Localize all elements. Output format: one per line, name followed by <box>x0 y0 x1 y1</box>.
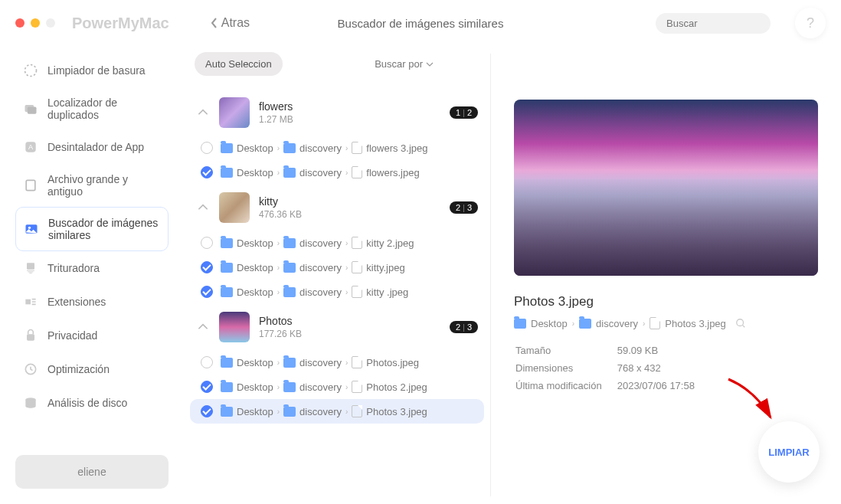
sidebar-item-label: Archivo grande y antiguo <box>47 173 161 198</box>
folder-icon <box>221 287 233 297</box>
maximize-icon[interactable] <box>46 18 55 28</box>
chevron-up-icon[interactable] <box>196 106 210 119</box>
folder-icon <box>221 382 233 392</box>
file-icon <box>352 261 362 273</box>
sidebar-item-6[interactable]: Extensiones <box>15 285 169 319</box>
sidebar-item-label: Análisis de disco <box>47 397 127 409</box>
sort-label: Buscar por <box>375 58 423 70</box>
file-icon <box>352 356 362 368</box>
minimize-icon[interactable] <box>31 18 40 28</box>
sidebar-item-label: Desintalador de App <box>47 141 144 153</box>
file-icon <box>352 405 362 417</box>
folder-icon <box>221 168 233 178</box>
svg-rect-11 <box>27 334 34 340</box>
group-header[interactable]: kitty476.36 KB2|3 <box>184 185 490 231</box>
file-icon <box>352 142 362 154</box>
search-input[interactable] <box>666 18 795 29</box>
folder-icon <box>221 238 233 248</box>
file-row[interactable]: Desktop›discovery›kitty.jpeg <box>184 255 490 280</box>
folder-icon <box>579 319 591 329</box>
folder-icon <box>283 358 296 368</box>
app-name: PowerMyMac <box>72 15 169 32</box>
checkbox[interactable] <box>201 261 213 273</box>
checkbox[interactable] <box>201 166 213 178</box>
group-size: 476.36 KB <box>259 209 440 220</box>
detail-filename: Photos 3.jpeg <box>514 294 818 309</box>
folder-icon <box>514 319 526 329</box>
sidebar: Limpiador de basuraLocalizador de duplic… <box>0 46 184 504</box>
file-row[interactable]: Desktop›discovery›flowers 3.jpeg <box>184 136 490 160</box>
sidebar-item-5[interactable]: Trituradora <box>15 251 169 285</box>
folder-icon <box>283 143 296 153</box>
checkbox[interactable] <box>201 286 213 298</box>
file-icon <box>650 317 660 329</box>
search-box[interactable] <box>656 13 771 34</box>
preview-image <box>514 100 818 276</box>
file-icon <box>352 286 362 298</box>
sort-by-dropdown[interactable]: Buscar por <box>375 58 434 70</box>
detail-metadata: Tamaño59.09 KB Dimensiones768 x 432 Últi… <box>514 342 696 395</box>
group-badge: 1|2 <box>450 106 478 119</box>
chevron-down-icon <box>426 61 434 68</box>
group-badge: 2|3 <box>450 201 478 214</box>
sidebar-item-1[interactable]: Localizador de duplicados <box>15 87 169 130</box>
folder-icon <box>283 382 296 392</box>
sidebar-item-label: Limpiador de basura <box>47 64 146 77</box>
folder-icon <box>221 143 233 153</box>
group-thumbnail <box>219 312 250 342</box>
help-button[interactable]: ? <box>795 8 826 38</box>
group-header[interactable]: flowers1.27 MB1|2 <box>184 90 490 136</box>
file-icon <box>352 166 362 178</box>
folder-icon <box>283 263 296 273</box>
group-size: 177.26 KB <box>259 329 440 339</box>
chevron-up-icon[interactable] <box>196 320 210 334</box>
folder-icon <box>221 263 233 273</box>
sidebar-item-label: Extensiones <box>47 296 106 308</box>
folder-icon <box>283 238 296 248</box>
checkbox[interactable] <box>201 142 213 154</box>
checkbox[interactable] <box>201 356 213 368</box>
folder-icon <box>283 168 296 178</box>
page-title: Buscador de imágenes similares <box>338 17 504 30</box>
file-row[interactable]: Desktop›discovery›flowers.jpeg <box>184 160 490 185</box>
svg-point-1 <box>25 65 37 77</box>
svg-point-8 <box>28 227 31 229</box>
folder-icon <box>221 358 233 368</box>
group-header[interactable]: Photos177.26 KB2|3 <box>184 304 490 350</box>
clean-button[interactable]: LIMPIAR <box>758 421 820 483</box>
svg-text:A: A <box>28 143 34 151</box>
file-row[interactable]: Desktop›discovery›Photos 2.jpeg <box>184 375 490 399</box>
file-row[interactable]: Desktop›discovery›kitty 2.jpeg <box>184 231 490 255</box>
user-badge[interactable]: eliene <box>15 455 169 489</box>
search-icon[interactable] <box>735 318 746 329</box>
file-row[interactable]: Desktop›discovery›Photos.jpeg <box>184 350 490 375</box>
sidebar-item-8[interactable]: Optimización <box>15 352 169 386</box>
sidebar-item-2[interactable]: ADesintalador de App <box>15 130 169 164</box>
file-list-column: Auto Seleccion Buscar por flowers1.27 MB… <box>184 46 490 504</box>
sidebar-item-label: Localizador de duplicados <box>47 97 161 121</box>
checkbox[interactable] <box>201 237 213 249</box>
titlebar: PowerMyMac Atras Buscador de imágenes si… <box>0 0 841 46</box>
back-button[interactable]: Atras <box>211 16 250 30</box>
sidebar-item-4[interactable]: Buscador de imágenes similares <box>15 207 169 251</box>
file-row[interactable]: Desktop›discovery›kitty .jpeg <box>184 280 490 304</box>
svg-rect-10 <box>25 299 31 305</box>
group-name: flowers <box>259 100 440 113</box>
group-name: kitty <box>259 195 440 208</box>
chevron-up-icon[interactable] <box>196 201 210 214</box>
sidebar-item-9[interactable]: Análisis de disco <box>15 386 169 420</box>
checkbox[interactable] <box>201 405 213 417</box>
close-icon[interactable] <box>15 18 25 28</box>
sidebar-item-7[interactable]: Privacidad <box>15 319 169 352</box>
auto-select-button[interactable]: Auto Seleccion <box>195 52 283 76</box>
sidebar-item-label: Buscador de imágenes similares <box>48 217 160 241</box>
window-controls <box>15 18 55 28</box>
checkbox[interactable] <box>201 381 213 393</box>
sidebar-item-0[interactable]: Limpiador de basura <box>15 54 169 87</box>
svg-rect-3 <box>28 107 37 114</box>
file-row[interactable]: Desktop›discovery›Photos 3.jpeg <box>190 399 484 424</box>
detail-path: Desktop› discovery› Photos 3.jpeg <box>514 317 818 329</box>
svg-rect-6 <box>26 180 35 190</box>
sidebar-item-label: Trituradora <box>47 262 100 274</box>
sidebar-item-3[interactable]: Archivo grande y antiguo <box>15 164 169 207</box>
